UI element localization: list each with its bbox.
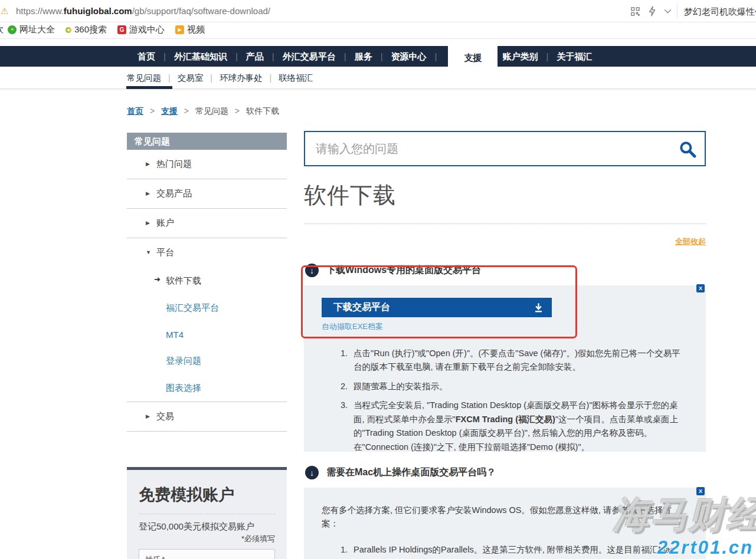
chevron-down-icon[interactable] [664, 9, 672, 14]
clipped-bookmark-label[interactable]: 欢 [0, 24, 4, 35]
sidebar-item-chart-selection[interactable]: 图表选择 [127, 374, 287, 402]
sidebar-item-fxcm-platform[interactable]: 福汇交易平台 [127, 294, 287, 321]
nav-item-services[interactable]: 服务 [355, 46, 372, 67]
subnav-separator: | [270, 73, 272, 83]
sidebar-item-account[interactable]: ▶账户 [127, 209, 287, 238]
watermark-site-url: 22rt01.cn [657, 537, 754, 558]
bookmark-label: 360搜索 [74, 24, 107, 35]
expand-triangle-icon: ▶ [146, 413, 150, 419]
sidebar-item-hot-questions[interactable]: ▶热门问题 [127, 150, 287, 179]
url-prefix: https://www. [16, 6, 64, 16]
bookmark-game-center[interactable]: G 游戏中心 [117, 24, 165, 35]
expand-triangle-icon: ▶ [146, 190, 150, 196]
main-nav: 首页 | 外汇基础知识 | 产品 | 外汇交易平台 | 服务 | 资源中心 | … [0, 46, 756, 67]
breadcrumb-separator: > [235, 106, 240, 116]
breadcrumb-separator: > [150, 106, 155, 116]
faq2-step-1: Parallels IP Holdings的Parallels。这是第三方软件,… [350, 543, 682, 559]
breadcrumb-current: 软件下载 [246, 106, 279, 116]
bookmark-360-search[interactable]: 360搜索 [66, 24, 107, 35]
game-center-icon: G [117, 25, 126, 34]
video-icon: ▶ [175, 25, 184, 34]
faq1-header[interactable]: ↓ 下载Windows专用的桌面版交易平台 [305, 264, 481, 277]
sidebar-item-login-issues[interactable]: 登录问题 [127, 347, 287, 374]
subnav-item-faq[interactable]: 常见问题 [127, 67, 161, 89]
subnav-separator: | [168, 73, 171, 83]
sidebar-item-software-download-active[interactable]: ➜软件下载 [127, 267, 287, 294]
accordion-arrow-icon: ↓ [305, 466, 319, 479]
nav-separator: | [435, 46, 437, 67]
breadcrumb: 首页 > 支援 > 常见问题 > 软件下载 [127, 106, 279, 117]
nav-item-trading-platforms[interactable]: 外汇交易平台 [283, 46, 336, 67]
breadcrumb-faq: 常见问题 [195, 106, 228, 116]
search-input[interactable] [305, 132, 705, 165]
subnav-separator: | [210, 73, 212, 83]
sub-nav: 常见问题 | 交易室 | 环球办事处 | 联络福汇 [0, 67, 756, 89]
nav-item-resources[interactable]: 资源中心 [391, 46, 427, 67]
demo-box-subtitle: 登记50,000美元模拟交易账户 [139, 521, 275, 532]
nav-separator: | [546, 46, 548, 67]
sidebar-item-trading-products[interactable]: ▶交易产品 [127, 179, 287, 208]
close-icon[interactable]: X [696, 284, 705, 292]
sidebar-item-platform-expanded[interactable]: ▼平台 [127, 238, 287, 267]
faq1-step-3: 当程式完全安装后, "Trading Station Desktop (桌面版交… [350, 399, 682, 454]
watermark-brand: 海马财经 [613, 490, 756, 540]
faq1-question: 下载Windows专用的桌面版交易平台 [326, 264, 481, 277]
free-demo-account-box: 免费模拟账户 登记50,000美元模拟交易账户 *必须填写 [127, 467, 287, 559]
faq2-header[interactable]: ↓ 需要在Mac机上操作桌面版交易平台吗？ [305, 466, 496, 479]
last-name-field[interactable] [139, 549, 275, 559]
nav-separator: | [381, 46, 383, 67]
subnav-item-contact[interactable]: 联络福汇 [279, 67, 313, 89]
wangzhi-daquan-icon: ✦ [8, 25, 17, 34]
download-button-label: 下载交易平台 [333, 301, 390, 314]
subnav-item-trading-room[interactable]: 交易室 [178, 67, 204, 89]
faq1-content: 下载交易平台 自动撷取EXE档案 点击"Run (执行)"或"Open (开)"… [304, 285, 706, 452]
nav-item-home[interactable]: 首页 [138, 46, 155, 67]
expand-triangle-icon: ▶ [146, 220, 150, 226]
address-bar: ⚠ https://www.fuhuiglobal.com/gb/support… [0, 0, 756, 22]
nav-item-about-fxcm[interactable]: 关于福汇 [557, 46, 592, 67]
download-platform-button[interactable]: 下载交易平台 [322, 298, 552, 317]
breadcrumb-home[interactable]: 首页 [127, 106, 143, 116]
sidebar-title: 常见问题 [127, 133, 287, 150]
nav-item-forex-basics[interactable]: 外汇基础知识 [174, 46, 227, 67]
faq-sidebar: 常见问题 ▶热门问题 ▶交易产品 ▶账户 ▼平台 ➜软件下载 福汇交易平台 MT… [127, 133, 287, 559]
nav-separator: | [235, 46, 238, 67]
bookmark-label: 网址大全 [19, 24, 55, 35]
nav-separator: | [163, 46, 166, 67]
collapse-all-link[interactable]: 全部收起 [304, 236, 706, 247]
search-icon[interactable] [678, 140, 697, 161]
bookmarks-bar: 欢 ✦ 网址大全 360搜索 G 游戏中心 ▶ 视频 [0, 22, 756, 39]
faq1-steps: 点击"Run (执行)"或"Open (开)"。(不要点击"Save (储存)"… [322, 347, 682, 454]
chrome-divider [677, 4, 678, 18]
lightning-icon[interactable] [648, 6, 656, 17]
nav-separator: | [344, 46, 346, 67]
url-path: /gb/support/faq/software-download/ [132, 6, 270, 16]
expand-triangle-icon: ▶ [146, 161, 150, 167]
active-arrow-icon: ➜ [154, 275, 161, 284]
auto-exe-link[interactable]: 自动撷取EXE档案 [322, 321, 383, 332]
dotted-divider [304, 223, 706, 224]
faq1-step-1: 点击"Run (执行)"或"Open (开)"。(不要点击"Save (储存)"… [350, 347, 682, 374]
nav-item-account-types[interactable]: 账户类别 [502, 46, 538, 67]
browser-tab-title[interactable]: 梦幻老司机吹爆性价 [684, 6, 756, 18]
required-note: *必须填写 [139, 534, 275, 544]
demo-box-title: 免费模拟账户 [139, 484, 275, 514]
faq2-steps: Parallels IP Holdings的Parallels。这是第三方软件,… [322, 543, 682, 559]
bookmark-video[interactable]: ▶ 视频 [175, 24, 205, 35]
nav-item-products[interactable]: 产品 [246, 46, 264, 67]
apps-grid-icon[interactable] [630, 6, 640, 17]
page-title: 软件下载 [304, 180, 396, 211]
sidebar-item-trading[interactable]: ▶交易 [127, 402, 287, 431]
faq1-step-2: 跟随萤幕上的安装指示。 [350, 380, 682, 393]
breadcrumb-separator: > [184, 106, 189, 116]
breadcrumb-support[interactable]: 支援 [161, 106, 178, 116]
security-warning-icon: ⚠ [1, 6, 8, 17]
accordion-arrow-icon: ↓ [305, 264, 319, 277]
subnav-item-global-offices[interactable]: 环球办事处 [220, 67, 263, 89]
360-search-icon [66, 27, 71, 33]
bookmark-wangzhi-daquan[interactable]: ✦ 网址大全 [8, 24, 55, 35]
sidebar-item-mt4[interactable]: MT4 [127, 321, 287, 347]
url-field[interactable]: https://www.fuhuiglobal.com/gb/support/f… [16, 6, 270, 16]
download-icon [533, 302, 544, 313]
faq-search-box [304, 131, 706, 166]
